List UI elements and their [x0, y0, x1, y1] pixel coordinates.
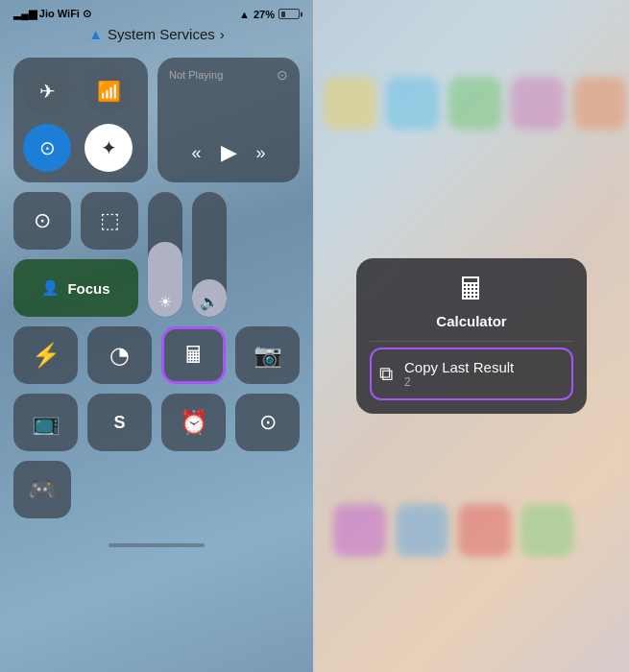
connectivity-block: ✈ 📶 ⊙ ✦	[13, 58, 148, 182]
media-block: Not Playing ⊙ « ▶ »	[157, 58, 300, 182]
wifi-icon: ⊙	[83, 8, 91, 19]
airplay-icon[interactable]: ⊙	[277, 67, 288, 83]
copy-last-result-button[interactable]: ⧉ Copy Last Result 2	[370, 348, 573, 400]
battery-icon	[278, 9, 300, 19]
media-controls: « ▶ »	[169, 132, 288, 173]
copy-item-text: Copy Last Result 2	[404, 359, 514, 389]
bg-app-7	[396, 504, 448, 557]
screen-mirror-button[interactable]: ⬚	[81, 192, 138, 250]
alarm-button[interactable]: ⏰	[161, 394, 226, 451]
media-prev-button[interactable]: «	[191, 143, 201, 163]
bg-app-1	[324, 77, 376, 130]
third-row: ⚡ ◔ 🖩 📷	[13, 326, 300, 384]
focus-button[interactable]: 👤 Focus	[13, 259, 138, 317]
nav-title-text: System Services	[108, 26, 215, 42]
bg-app-5	[573, 77, 626, 130]
camera-button[interactable]: 📷	[235, 326, 300, 384]
bg-apps-bottom	[333, 504, 573, 557]
volume-icon: 🔊	[200, 293, 219, 311]
context-calc-icon: 🖩	[456, 272, 487, 307]
camera-icon: 📷	[254, 342, 282, 369]
nav-title: ▲ System Services ›	[0, 24, 313, 50]
bg-app-4	[511, 77, 564, 130]
cellular-icon: 📶	[97, 80, 121, 103]
last-row: 🎮	[13, 461, 300, 518]
airplane-mode-button[interactable]: ✈	[23, 67, 71, 115]
media-next-button[interactable]: »	[256, 143, 266, 163]
copy-label: Copy Last Result	[404, 359, 514, 375]
remote-button[interactable]: 🎮	[13, 461, 71, 518]
tv-button[interactable]: 📺	[13, 394, 78, 451]
alarm-icon: ⏰	[180, 409, 208, 436]
screen-record-button[interactable]: ⊙	[235, 394, 300, 451]
context-menu: 🖩 Calculator ⧉ Copy Last Result 2	[356, 258, 587, 414]
brightness-icon: ☀	[158, 293, 172, 311]
battery-fill	[281, 12, 285, 17]
airplane-icon: ✈	[39, 80, 56, 103]
top-row: ✈ 📶 ⊙ ✦ Not Playing ⊙ «	[13, 58, 300, 182]
bg-apps-top	[324, 77, 626, 130]
bluetooth-icon: ✦	[101, 136, 117, 159]
shazam-icon: S	[113, 413, 125, 433]
calculator-button[interactable]: 🖩	[161, 326, 226, 384]
copy-sub: 2	[404, 375, 514, 389]
location-icon: ▲	[239, 9, 250, 20]
status-right: ▲ 27%	[239, 9, 300, 20]
wifi-icon: ⊙	[39, 136, 56, 159]
calculator-icon: 🖩	[182, 342, 206, 369]
wifi-button[interactable]: ⊙	[23, 124, 71, 172]
record-icon: ⊙	[259, 410, 277, 435]
copy-icon: ⧉	[379, 363, 393, 385]
right-panel: 🖩 Calculator ⧉ Copy Last Result 2	[314, 0, 629, 672]
bg-app-6	[333, 504, 386, 557]
tv-icon: 📺	[32, 409, 60, 436]
media-header: Not Playing ⊙	[169, 67, 288, 83]
bg-app-2	[386, 77, 439, 130]
control-center: ✈ 📶 ⊙ ✦ Not Playing ⊙ «	[0, 50, 313, 536]
location-nav-icon: ▲	[88, 26, 103, 42]
left-panel: ▂▄▆ Jio WiFi ⊙ ▲ 27% ▲ System Services ›…	[0, 0, 314, 672]
signal-bars: ▂▄▆	[13, 8, 36, 19]
second-row: ⊙ ⬚ 👤 Focus ☀ 🔊	[13, 192, 300, 317]
flashlight-button[interactable]: ⚡	[13, 326, 78, 384]
brightness-slider[interactable]: ☀	[148, 192, 182, 317]
context-menu-title: Calculator	[436, 313, 506, 329]
volume-slider[interactable]: 🔊	[192, 192, 227, 317]
focus-label: Focus	[67, 280, 109, 297]
bg-app-8	[458, 504, 511, 557]
timer-icon: ◔	[109, 342, 130, 369]
home-indicator	[109, 543, 205, 547]
carrier-name: Jio WiFi	[39, 8, 80, 19]
timer-button[interactable]: ◔	[87, 326, 152, 384]
bluetooth-button[interactable]: ✦	[85, 124, 133, 172]
bottom-row: 📺 S ⏰ ⊙	[13, 394, 300, 451]
remote-icon: 🎮	[28, 476, 57, 503]
orientation-icon: ⊙	[34, 208, 51, 233]
bg-app-9	[520, 504, 573, 557]
status-bar: ▂▄▆ Jio WiFi ⊙ ▲ 27%	[0, 0, 313, 24]
mirror-icon: ⬚	[100, 208, 120, 233]
cellular-button[interactable]: 📶	[85, 67, 133, 115]
flashlight-icon: ⚡	[32, 342, 60, 369]
carrier-signal: ▂▄▆ Jio WiFi ⊙	[13, 8, 91, 20]
media-not-playing: Not Playing	[169, 69, 223, 81]
focus-person-icon: 👤	[41, 279, 60, 297]
media-play-button[interactable]: ▶	[221, 140, 237, 165]
bg-app-3	[448, 77, 501, 130]
battery-percent: 27%	[254, 9, 275, 20]
orientation-lock-button[interactable]: ⊙	[13, 192, 71, 250]
nav-chevron: ›	[220, 26, 225, 42]
context-menu-header: 🖩 Calculator	[370, 272, 573, 342]
shazam-button[interactable]: S	[87, 394, 152, 451]
